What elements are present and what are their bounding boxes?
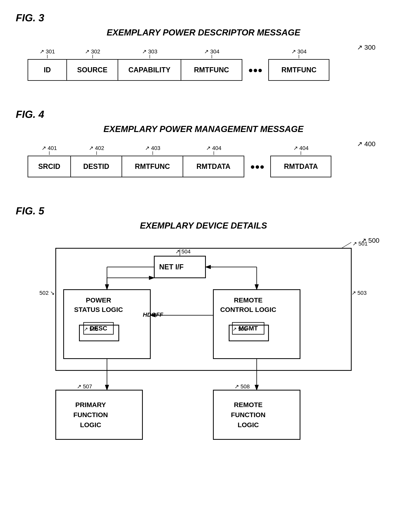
fig3-ref-303: ↗ 303 [142,48,157,55]
fig3-fields: ↗ 301 ID ↗ 302 SOURCE [28,59,364,81]
fig5-diagram: ↗ 500 [28,236,379,453]
fig4-rmtdata1-field: RMTDATA [183,156,244,177]
fig3-ref-304b: ↗ 304 [291,48,307,55]
fig3-field-304b: ↗ 304 RMTFUNC [268,59,329,81]
fig4-srcid-field: SRCID [28,156,71,177]
fig4-field-404b: ↗ 404 RMTDATA [270,156,331,177]
fig3-capability-label: CAPABILITY [128,66,170,74]
fig3-label: FIG. 3 [16,12,391,24]
fig4-rmtdata2-label: RMTDATA [284,162,318,171]
fig4-rmtdata2-field: RMTDATA [270,156,331,177]
fig4-ref-404a: ↗ 404 [206,145,221,151]
fig5-ref-507: ↗ 507 [77,383,92,390]
rfl-box: REMOTEFUNCTIONLOGIC [205,390,291,439]
fig3-rmtfunc1-label: RMTFUNC [194,66,229,74]
fig3-title: EXEMPLARY POWER DESCRIPTOR MESSAGE [16,28,391,38]
fig4-rmtdata1-label: RMTDATA [196,162,230,171]
fig4-ref-401: ↗ 401 [42,145,57,151]
fig3-section: FIG. 3 EXEMPLARY POWER DESCRIPTOR MESSAG… [16,12,391,89]
fig4-ref-403: ↗ 403 [145,145,160,151]
fig3-id-field: ID [28,59,67,81]
fig4-diagram: ↗ 400 ↗ 401 SRCID ↗ 402 [28,140,379,185]
fig4-srcid-label: SRCID [38,162,60,171]
fig4-field-404a: ↗ 404 RMTDATA [183,156,244,177]
fig4-label: FIG. 4 [16,108,391,120]
fig4-field-403: ↗ 403 RMTFUNC [122,156,183,177]
net-if-label: NET I/F [159,263,184,271]
fig4-field-402: ↗ 402 DESTID [71,156,122,177]
fig5-ref-508: ↗ 508 [235,383,250,390]
fig3-ref-302: ↗ 302 [85,48,100,55]
fig3-field-302: ↗ 302 SOURCE [67,59,118,81]
page: FIG. 3 EXEMPLARY POWER DESCRIPTOR MESSAG… [0,0,407,532]
psl-label: POWERSTATUS LOGIC [74,296,123,314]
fig4-destid-field: DESTID [71,156,122,177]
fig4-fields: ↗ 401 SRCID ↗ 402 DESTID [28,156,364,177]
fig4-section: FIG. 4 EXEMPLARY POWER MANAGEMENT MESSAG… [16,108,391,185]
hdoff-label: HDOFF [143,311,163,318]
fig3-ref-301: ↗ 301 [39,48,55,55]
fig5-ref-503: ↗ 503 [352,290,367,296]
fig5-ref-501: ↗ 501 [352,240,368,247]
fig3-capability-field: CAPABILITY [118,59,181,81]
fig4-title: EXEMPLARY POWER MANAGEMENT MESSAGE [16,124,391,134]
fig4-ref-404b: ↗ 404 [293,145,309,151]
fig4-dots: ●●● [244,156,270,177]
net-if-box: NET I/F [146,256,197,278]
fig3-field-301: ↗ 301 ID [28,59,67,81]
psl-box: POWERSTATUS LOGIC DESC [55,290,142,359]
fig4-rmtfunc-label: RMTFUNC [135,162,170,171]
fig3-source-field: SOURCE [67,59,118,81]
fig5-label: FIG. 5 [16,205,391,217]
fig4-ref-402: ↗ 402 [89,145,104,151]
fig3-rmtfunc1-field: RMTFUNC [181,59,242,81]
pfl-label: PRIMARYFUNCTIONLOGIC [73,400,108,430]
fig3-diagram: ↗ 300 ↗ 301 ID ↗ 302 [28,43,379,89]
rcl-box: REMOTECONTROL LOGIC MGMT [205,290,291,359]
fig5-ref-504: ↗ 504 [175,248,191,255]
fig3-id-label: ID [44,66,51,74]
fig5-ref-502: 502 ↘ [39,290,55,296]
fig5-section: FIG. 5 EXEMPLARY DEVICE DETAILS ↗ 500 [16,205,391,453]
rfl-label: REMOTEFUNCTIONLOGIC [231,400,266,430]
fig5-ref-505: ↗ 505 [84,326,98,332]
fig3-field-304a: ↗ 304 RMTFUNC [181,59,242,81]
fig3-rmtfunc2-label: RMTFUNC [282,66,317,74]
fig3-source-label: SOURCE [77,66,107,74]
fig5-title: EXEMPLARY DEVICE DETAILS [16,221,391,231]
fig4-rmtfunc-field: RMTFUNC [122,156,183,177]
fig4-destid-label: DESTID [83,162,109,171]
fig3-field-303: ↗ 303 CAPABILITY [118,59,181,81]
fig5-ref-506: ↗ 506 [233,326,247,332]
rcl-label: REMOTECONTROL LOGIC [220,296,276,314]
fig3-dots: ●●● [242,59,268,81]
pfl-box: PRIMARYFUNCTIONLOGIC [47,390,134,439]
fig3-ref: ↗ 300 [357,43,376,51]
fig3-ref-304a: ↗ 304 [204,48,219,55]
fig3-rmtfunc2-field: RMTFUNC [268,59,329,81]
fig4-ref: ↗ 400 [357,140,376,148]
fig4-field-401: ↗ 401 SRCID [28,156,71,177]
svg-line-21 [341,242,351,248]
